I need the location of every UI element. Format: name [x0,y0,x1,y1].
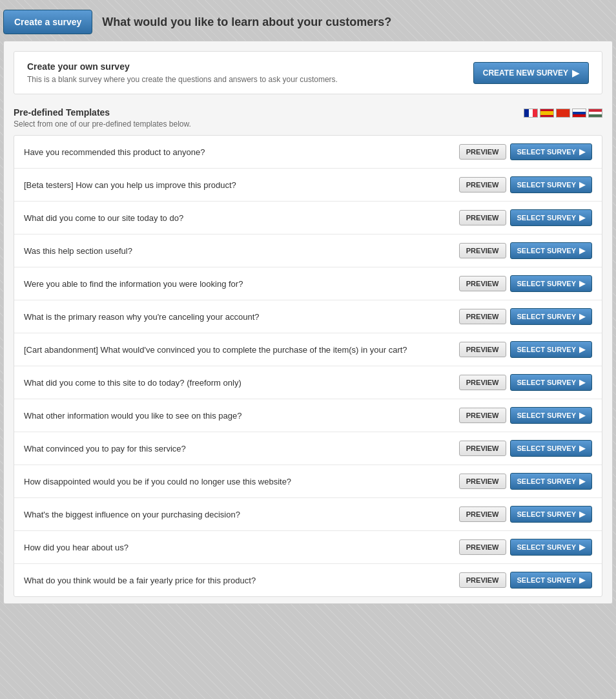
template-name: What is the primary reason why you're ca… [24,312,459,322]
select-survey-arrow-icon: ▶ [579,411,585,420]
select-survey-button[interactable]: SELECT SURVEY▶ [510,242,593,259]
select-survey-button[interactable]: SELECT SURVEY▶ [510,341,593,358]
preview-button[interactable]: PREVIEW [459,144,506,160]
preview-button[interactable]: PREVIEW [459,309,506,324]
predefined-title: Pre-defined Templates [14,107,191,118]
preview-button[interactable]: PREVIEW [459,342,506,357]
template-actions: PREVIEWSELECT SURVEY▶ [459,209,592,226]
select-survey-arrow-icon: ▶ [579,213,585,222]
select-survey-arrow-icon: ▶ [579,246,585,255]
select-survey-button[interactable]: SELECT SURVEY▶ [510,440,593,457]
template-name: What did you come to our site today to d… [24,213,459,223]
template-name: Have you recommended this product to any… [24,147,459,157]
template-row: What is the primary reason why you're ca… [14,300,602,333]
select-survey-label: SELECT SURVEY [517,148,577,156]
predefined-subtitle: Select from one of our pre-defined templ… [14,120,191,129]
create-own-section: Create your own survey This is a blank s… [14,51,602,94]
select-survey-button[interactable]: SELECT SURVEY▶ [510,143,593,160]
select-survey-label: SELECT SURVEY [517,181,577,189]
select-survey-arrow-icon: ▶ [579,444,585,453]
template-name: Were you able to find the information yo… [24,279,459,289]
template-actions: PREVIEWSELECT SURVEY▶ [459,176,592,193]
flag-chinese[interactable] [556,109,570,118]
create-own-text: Create your own survey This is a blank s… [27,61,338,84]
select-survey-button[interactable]: SELECT SURVEY▶ [510,407,593,424]
select-survey-arrow-icon: ▶ [579,576,585,585]
select-survey-label: SELECT SURVEY [517,346,577,353]
predefined-header: Pre-defined Templates Select from one of… [14,107,602,129]
select-survey-arrow-icon: ▶ [579,378,585,387]
template-actions: PREVIEWSELECT SURVEY▶ [459,242,592,259]
preview-button[interactable]: PREVIEW [459,539,506,555]
template-row: [Beta testers] How can you help us impro… [14,169,602,202]
select-survey-arrow-icon: ▶ [579,279,585,288]
select-survey-button[interactable]: SELECT SURVEY▶ [510,176,593,193]
select-survey-label: SELECT SURVEY [517,444,577,452]
template-name: How disappointed would you be if you cou… [24,477,459,486]
template-actions: PREVIEWSELECT SURVEY▶ [459,374,592,391]
template-actions: PREVIEWSELECT SURVEY▶ [459,407,592,424]
flag-french[interactable] [524,109,538,118]
select-survey-button[interactable]: SELECT SURVEY▶ [510,374,593,391]
select-survey-label: SELECT SURVEY [517,280,577,287]
template-row: What other information would you like to… [14,399,602,432]
select-survey-label: SELECT SURVEY [517,247,577,255]
select-survey-button[interactable]: SELECT SURVEY▶ [510,473,593,490]
select-survey-label: SELECT SURVEY [517,379,577,386]
template-actions: PREVIEWSELECT SURVEY▶ [459,506,592,523]
template-name: What other information would you like to… [24,411,459,421]
template-name: What do you think would be a fair yearly… [24,576,459,585]
flag-icons [524,109,602,118]
template-actions: PREVIEWSELECT SURVEY▶ [459,275,592,292]
preview-button[interactable]: PREVIEW [459,474,506,489]
template-actions: PREVIEWSELECT SURVEY▶ [459,572,592,589]
template-row: [Cart abandonment] What would've convinc… [14,333,602,366]
template-row: Was this help section useful?PREVIEWSELE… [14,235,602,267]
select-survey-label: SELECT SURVEY [517,576,577,584]
template-name: What's the biggest influence on your pur… [24,510,459,519]
preview-button[interactable]: PREVIEW [459,441,506,456]
preview-button[interactable]: PREVIEW [459,177,506,193]
template-row: Have you recommended this product to any… [14,136,602,169]
template-actions: PREVIEWSELECT SURVEY▶ [459,308,592,325]
select-survey-arrow-icon: ▶ [579,543,585,552]
create-own-description: This is a blank survey where you create … [27,75,338,84]
select-survey-button[interactable]: SELECT SURVEY▶ [510,209,593,226]
template-name: What convinced you to pay for this servi… [24,444,459,454]
select-survey-button[interactable]: SELECT SURVEY▶ [510,308,593,325]
template-row: What did you come to this site to do tod… [14,366,602,399]
select-survey-button[interactable]: SELECT SURVEY▶ [510,539,593,556]
create-new-survey-arrow-icon: ▶ [572,68,579,78]
template-actions: PREVIEWSELECT SURVEY▶ [459,440,592,457]
select-survey-label: SELECT SURVEY [517,510,577,518]
select-survey-arrow-icon: ▶ [579,345,585,354]
create-survey-button[interactable]: Create a survey [3,10,92,34]
select-survey-button[interactable]: SELECT SURVEY▶ [510,572,593,589]
select-survey-button[interactable]: SELECT SURVEY▶ [510,275,593,292]
template-row: What convinced you to pay for this servi… [14,432,602,465]
select-survey-label: SELECT SURVEY [517,543,577,551]
template-row: What do you think would be a fair yearly… [14,564,602,596]
preview-button[interactable]: PREVIEW [459,210,506,225]
template-actions: PREVIEWSELECT SURVEY▶ [459,473,592,490]
template-row: How did you hear about us?PREVIEWSELECT … [14,531,602,564]
header-bar: Create a survey What would you like to l… [0,0,616,41]
preview-button[interactable]: PREVIEW [459,243,506,258]
select-survey-arrow-icon: ▶ [579,312,585,321]
preview-button[interactable]: PREVIEW [459,572,506,588]
flag-hungarian[interactable] [588,109,602,118]
flag-russian[interactable] [572,109,586,118]
select-survey-arrow-icon: ▶ [579,180,585,189]
template-name: [Cart abandonment] What would've convinc… [24,345,459,355]
select-survey-arrow-icon: ▶ [579,147,585,156]
create-new-survey-button[interactable]: CREATE NEW SURVEY ▶ [473,62,589,84]
flag-spanish[interactable] [540,109,554,118]
predefined-text: Pre-defined Templates Select from one of… [14,107,191,129]
preview-button[interactable]: PREVIEW [459,276,506,291]
preview-button[interactable]: PREVIEW [459,506,506,522]
template-actions: PREVIEWSELECT SURVEY▶ [459,143,592,160]
select-survey-button[interactable]: SELECT SURVEY▶ [510,506,593,523]
preview-button[interactable]: PREVIEW [459,408,506,423]
template-name: How did you hear about us? [24,543,459,552]
preview-button[interactable]: PREVIEW [459,375,506,390]
